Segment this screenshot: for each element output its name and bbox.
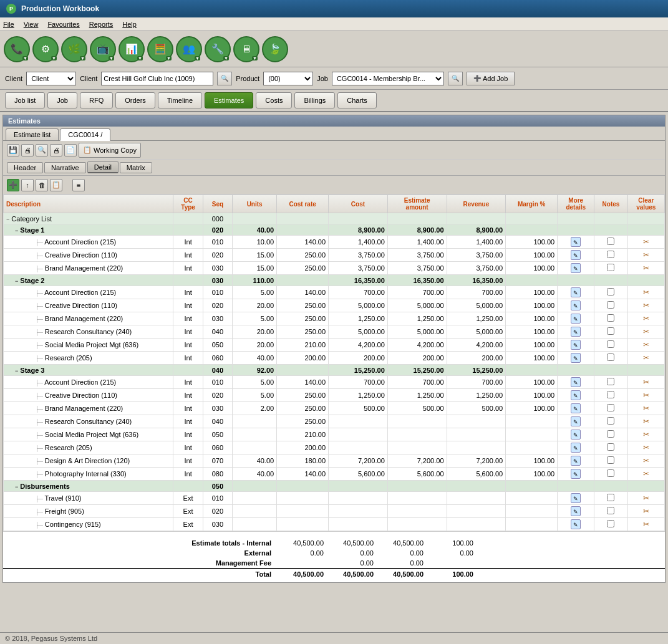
table-row[interactable]: ├─ Contingency (915) Ext 030 ✎ ✂ — [4, 518, 665, 531]
edit-icon[interactable]: ✎ — [571, 403, 581, 413]
table-row[interactable]: ├─ Brand Management (220) Int 030 2.00 2… — [4, 402, 665, 415]
delete-row-icon[interactable]: ✂ — [641, 314, 651, 324]
delete-row-icon[interactable]: ✂ — [641, 456, 651, 466]
sub-tab-narrative[interactable]: Narrative — [44, 162, 86, 173]
job-select[interactable]: CGC0014 - Membership Br... — [332, 72, 444, 85]
notes-checkbox[interactable] — [607, 264, 614, 271]
tools-icon[interactable]: 🔧 — [205, 36, 231, 62]
tab-cgc0014[interactable]: CGC0014 / — [60, 128, 110, 141]
edit-icon[interactable]: ✎ — [571, 263, 581, 273]
notes-checkbox[interactable] — [607, 520, 614, 527]
delete-row-icon[interactable]: ✂ — [641, 403, 651, 413]
delete-row-icon[interactable]: ✂ — [641, 340, 651, 350]
nav-orders[interactable]: Orders — [115, 92, 155, 108]
notes-checkbox[interactable] — [607, 378, 614, 385]
notes-checkbox[interactable] — [607, 301, 614, 309]
table-row[interactable]: ├─ Account Direction (215) Int 010 10.00… — [4, 236, 665, 249]
sub-tab-detail[interactable]: Detail — [87, 161, 119, 173]
table-row[interactable]: ├─ Account Direction (215) Int 010 5.00 … — [4, 376, 665, 389]
copy-icon[interactable]: 📋 — [50, 179, 62, 191]
save-icon[interactable]: 💾 — [7, 144, 19, 156]
product-select[interactable]: (00) — [263, 72, 313, 85]
edit-icon[interactable]: ✎ — [571, 519, 581, 529]
table-row[interactable]: ├─ Research (205) Int 060 40.00 200.00 2… — [4, 352, 665, 365]
table-row[interactable]: ├─ Social Media Project Mgt (636) Int 05… — [4, 428, 665, 441]
nav-job[interactable]: Job — [47, 92, 77, 108]
delete-row-icon[interactable]: ✂ — [641, 390, 651, 400]
nav-estimates[interactable]: Estimates — [205, 92, 253, 108]
table-row[interactable]: ├─ Brand Management (220) Int 030 15.00 … — [4, 262, 665, 275]
add-item-icon[interactable]: ➕ — [7, 179, 19, 191]
notes-checkbox[interactable] — [607, 417, 614, 425]
delete-row-icon[interactable]: ✂ — [641, 287, 651, 297]
menu-reports[interactable]: Reports — [89, 21, 114, 28]
add-job-button[interactable]: Add Job — [467, 72, 515, 85]
table-row[interactable]: ├─ Creative Direction (110) Int 020 5.00… — [4, 389, 665, 402]
notes-checkbox[interactable] — [607, 391, 614, 398]
nav-job-list[interactable]: Job list — [5, 92, 45, 108]
nav-billings[interactable]: Billings — [294, 92, 335, 108]
leaf2-icon[interactable]: 🍃 — [262, 36, 288, 62]
menu-favourites[interactable]: Favourites — [47, 21, 79, 28]
delete-row-icon[interactable]: ✂ — [641, 506, 651, 516]
phone-icon[interactable]: 📞 — [4, 36, 30, 62]
sub-tab-matrix[interactable]: Matrix — [120, 162, 152, 173]
table-row[interactable]: ├─ Research Consultancy (240) Int 040 25… — [4, 415, 665, 428]
edit-icon[interactable]: ✎ — [571, 416, 581, 426]
delete-row-icon[interactable]: ✂ — [641, 300, 651, 310]
search-icon[interactable]: 🔍 — [36, 144, 48, 156]
table-row[interactable]: − Stage 1 020 40.00 8,900.00 8,900.00 8,… — [4, 224, 665, 236]
users-icon[interactable]: 👥 — [176, 36, 202, 62]
nav-timeline[interactable]: Timeline — [158, 92, 202, 108]
edit-icon[interactable]: ✎ — [571, 390, 581, 400]
table-row[interactable]: ├─ Creative Direction (110) Int 020 15.0… — [4, 249, 665, 262]
delete-row-icon[interactable]: ✂ — [641, 443, 651, 453]
delete-row-icon[interactable]: ✂ — [641, 416, 651, 426]
delete-icon[interactable]: 🗑 — [36, 179, 48, 191]
edit-icon[interactable]: ✎ — [571, 327, 581, 337]
notes-checkbox[interactable] — [607, 314, 614, 322]
tab-estimate-list[interactable]: Estimate list — [6, 128, 59, 140]
sub-tab-header[interactable]: Header — [7, 162, 43, 173]
menu-view[interactable]: View — [24, 21, 39, 28]
edit-icon[interactable]: ✎ — [571, 287, 581, 297]
delete-row-icon[interactable]: ✂ — [641, 493, 651, 503]
delete-row-icon[interactable]: ✂ — [641, 430, 651, 440]
client-type-select[interactable]: Client — [26, 72, 76, 85]
edit-icon[interactable]: ✎ — [571, 353, 581, 363]
edit-icon[interactable]: ✎ — [571, 506, 581, 516]
notes-checkbox[interactable] — [607, 507, 614, 514]
settings-icon[interactable]: ⚙ — [32, 36, 59, 62]
table-row[interactable]: − Stage 3 040 92.00 15,250.00 15,250.00 … — [4, 365, 665, 376]
tv-icon[interactable]: 📺 — [90, 36, 116, 62]
edit-icon[interactable]: ✎ — [571, 430, 581, 440]
notes-checkbox[interactable] — [607, 288, 614, 296]
table-row[interactable]: ├─ Travel (910) Ext 010 ✎ ✂ — [4, 492, 665, 505]
menu-file[interactable]: File — [3, 21, 14, 28]
edit-icon[interactable]: ✎ — [571, 443, 581, 453]
working-copy-button[interactable]: 📋 Working Copy — [79, 143, 141, 158]
edit-icon[interactable]: ✎ — [571, 340, 581, 350]
nav-charts[interactable]: Charts — [337, 92, 376, 108]
edit-icon[interactable]: ✎ — [571, 377, 581, 387]
notes-checkbox[interactable] — [607, 494, 614, 501]
delete-row-icon[interactable]: ✂ — [641, 377, 651, 387]
table-row[interactable]: ├─ Creative Direction (110) Int 020 20.0… — [4, 299, 665, 312]
menu-help[interactable]: Help — [122, 21, 137, 28]
notes-checkbox[interactable] — [607, 327, 614, 335]
calc-icon[interactable]: 🧮 — [147, 36, 173, 62]
notes-checkbox[interactable] — [607, 238, 614, 245]
edit-icon[interactable]: ✎ — [571, 469, 581, 479]
delete-row-icon[interactable]: ✂ — [641, 519, 651, 529]
table-row[interactable]: − Category List 000 — [4, 213, 665, 224]
notes-checkbox[interactable] — [607, 251, 614, 258]
chart-bar-icon[interactable]: 📊 — [119, 36, 145, 62]
monitor-icon[interactable]: 🖥 — [233, 36, 259, 62]
delete-row-icon[interactable]: ✂ — [641, 353, 651, 363]
notes-checkbox[interactable] — [607, 340, 614, 348]
edit-icon[interactable]: ✎ — [571, 456, 581, 466]
table-row[interactable]: ├─ Design & Art Direction (120) Int 070 … — [4, 454, 665, 468]
table-row[interactable]: ├─ Photography Internal (330) Int 080 40… — [4, 468, 665, 481]
notes-checkbox[interactable] — [607, 353, 614, 361]
table-row[interactable]: ├─ Freight (905) Ext 020 ✎ ✂ — [4, 505, 665, 518]
